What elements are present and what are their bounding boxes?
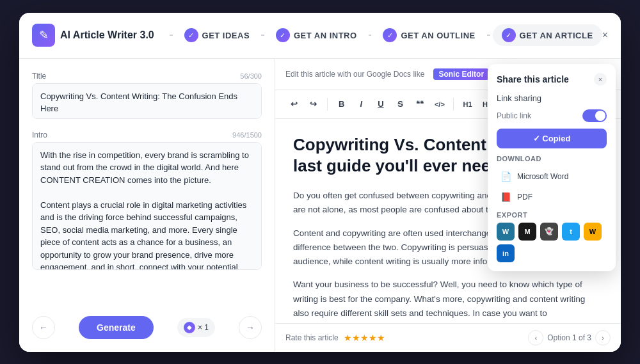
option-next-button[interactable]: › <box>595 330 611 345</box>
editor-hint: Edit this article with our Google Docs l… <box>285 70 424 79</box>
close-button[interactable]: × <box>602 26 608 44</box>
app-logo: ✎ AI Article Writer 3.0 <box>32 24 154 47</box>
step-intro[interactable]: ✓ GET AN INTRO <box>267 24 366 46</box>
left-panel: Title 56/300 Copywriting Vs. Content Wri… <box>19 59 275 352</box>
export-wordpress[interactable]: W <box>497 223 515 241</box>
app-logo-icon: ✎ <box>32 24 55 47</box>
share-close-button[interactable]: × <box>594 73 607 86</box>
copied-button[interactable]: ✓ Copied <box>497 129 607 148</box>
export-medium[interactable]: M <box>518 223 536 241</box>
download-items: 📄 Microsoft Word 📕 PDF <box>497 166 607 207</box>
credit-icon: ◆ <box>184 322 195 333</box>
title-input[interactable]: Copywriting Vs. Content Writing: The Con… <box>32 83 262 119</box>
toolbar-sep-1 <box>327 98 328 111</box>
next-button[interactable]: → <box>239 316 262 339</box>
download-section-label: Download <box>497 155 607 162</box>
public-link-label: Public link <box>497 111 531 120</box>
right-panel: Edit this article with our Google Docs l… <box>275 59 621 352</box>
share-title: Share this article <box>497 74 569 84</box>
pdf-icon: 📕 <box>499 191 512 203</box>
pdf-label: PDF <box>517 193 532 202</box>
credit-count: × 1 <box>198 323 209 332</box>
export-icons: W M 👻 t W in <box>497 223 607 262</box>
h1-button[interactable]: H1 <box>459 95 476 113</box>
prev-button[interactable]: ← <box>32 316 55 339</box>
main-content: Title 56/300 Copywriting Vs. Content Wri… <box>19 59 621 352</box>
link-row: Link sharing <box>497 93 607 103</box>
option-label: Option 1 of 3 <box>547 333 591 342</box>
title-label-row: Title 56/300 <box>32 72 262 81</box>
export-ghost[interactable]: 👻 <box>540 223 558 241</box>
download-word[interactable]: 📄 Microsoft Word <box>497 166 607 187</box>
step-outline[interactable]: ✓ GET AN OUTLINE <box>374 24 484 46</box>
strikethrough-button[interactable]: S <box>392 95 409 113</box>
bottom-actions: ← Generate ◆ × 1 → <box>32 310 262 339</box>
export-twitter[interactable]: t <box>562 223 580 241</box>
quote-button[interactable]: ❝❝ <box>412 95 429 113</box>
public-link-toggle[interactable] <box>582 109 607 122</box>
italic-button[interactable]: I <box>353 95 370 113</box>
intro-field-group: Intro 946/1500 With the rise in competit… <box>32 131 262 273</box>
option-nav: ‹ Option 1 of 3 › <box>528 330 611 345</box>
credit-badge: ◆ × 1 <box>177 318 215 337</box>
step-ideas[interactable]: ✓ GET IDEAS <box>175 24 259 46</box>
bold-button[interactable]: B <box>333 95 350 113</box>
step-divider-0 <box>170 35 173 36</box>
word-label: Microsoft Word <box>517 172 568 181</box>
top-bar: ✎ AI Article Writer 3.0 ✓ GET IDEAS ✓ GE… <box>19 13 621 59</box>
intro-label-row: Intro 946/1500 <box>32 131 262 139</box>
step-icon-intro: ✓ <box>276 28 290 42</box>
word-icon: 📄 <box>499 170 512 183</box>
stars[interactable]: ★★★★★ <box>344 333 385 343</box>
title-field-group: Title 56/300 Copywriting Vs. Content Wri… <box>32 72 262 122</box>
sonic-badge[interactable]: Sonic Editor <box>433 68 489 80</box>
step-divider-3 <box>487 35 490 36</box>
redo-button[interactable]: ↪ <box>305 95 323 113</box>
step-article[interactable]: ✓ GET AN ARTICLE <box>493 24 602 46</box>
share-header: Share this article × <box>497 73 607 86</box>
step-label-article: GET AN ARTICLE <box>520 31 593 40</box>
intro-count: 946/1500 <box>232 131 262 139</box>
toggle-knob <box>595 111 605 121</box>
export-linkedin[interactable]: in <box>497 244 515 262</box>
code-button[interactable]: </> <box>431 95 449 113</box>
public-link-row: Public link <box>497 109 607 122</box>
title-count: 56/300 <box>240 72 262 80</box>
step-icon-outline: ✓ <box>383 28 397 42</box>
intro-textarea[interactable]: With the rise in competition, every bran… <box>32 142 262 270</box>
title-label: Title <box>32 72 46 81</box>
app-window: ✎ AI Article Writer 3.0 ✓ GET IDEAS ✓ GE… <box>19 13 621 352</box>
download-pdf[interactable]: 📕 PDF <box>497 187 607 207</box>
step-divider-2 <box>369 35 372 36</box>
undo-button[interactable]: ↩ <box>285 95 303 113</box>
step-label-ideas: GET IDEAS <box>202 31 250 40</box>
article-para-3: Want your business to be successful? Wel… <box>293 278 603 320</box>
option-prev-button[interactable]: ‹ <box>528 330 543 345</box>
step-label-outline: GET AN OUTLINE <box>401 31 475 40</box>
generate-button[interactable]: Generate <box>79 316 154 339</box>
underline-button[interactable]: U <box>372 95 390 113</box>
rate-bar: Rate this article ★★★★★ ‹ Option 1 of 3 … <box>275 323 621 352</box>
export-section-label: Export <box>497 211 607 219</box>
step-icon-article: ✓ <box>502 28 516 42</box>
step-icon-ideas: ✓ <box>184 28 198 42</box>
export-wix[interactable]: W <box>584 223 602 241</box>
app-title: AI Article Writer 3.0 <box>60 29 154 41</box>
step-label-intro: GET AN INTRO <box>294 31 357 40</box>
link-sharing-label: Link sharing <box>497 93 541 103</box>
intro-label: Intro <box>32 131 47 139</box>
toolbar-sep-2 <box>453 98 454 111</box>
step-divider-1 <box>261 35 264 36</box>
rate-label: Rate this article <box>285 333 339 342</box>
share-panel: Share this article × Link sharing Public… <box>488 64 616 271</box>
